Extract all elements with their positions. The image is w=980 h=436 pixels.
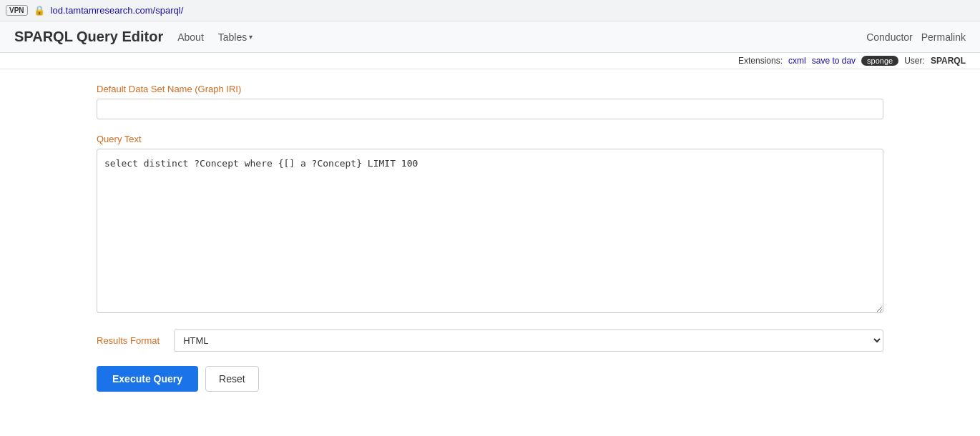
dataset-field-group: Default Data Set Name (Graph IRI) (97, 84, 883, 119)
user-name: SPARQL (931, 56, 966, 66)
top-nav: SPARQL Query Editor About Tables ▾ Condu… (0, 21, 980, 53)
execute-query-button[interactable]: Execute Query (97, 366, 198, 392)
format-select[interactable]: HTML Spreadsheet XML JSON Javascript N3/… (174, 330, 883, 352)
dataset-input[interactable] (97, 99, 883, 119)
tables-link[interactable]: Tables ▾ (218, 31, 253, 43)
buttons-section: Execute Query Reset (97, 366, 883, 392)
user-label: User: (904, 56, 925, 66)
tables-label: Tables (218, 31, 247, 43)
sponge-badge[interactable]: sponge (861, 56, 898, 66)
query-textarea[interactable]: select distinct ?Concept where {[] a ?Co… (97, 149, 883, 313)
address-bar: VPN 🔒 lod.tamtamresearch.com/sparql/ (0, 0, 980, 21)
extensions-label: Extensions: (738, 56, 783, 66)
url-text: lod.tamtamresearch.com/sparql/ (51, 5, 184, 16)
results-label: Results Format (97, 335, 160, 346)
save-to-dav-link[interactable]: save to dav (812, 56, 856, 66)
nav-right: Conductor Permalink (866, 31, 966, 43)
tables-dropdown-icon: ▾ (249, 33, 253, 41)
results-section: Results Format HTML Spreadsheet XML JSON… (97, 330, 883, 352)
query-section: Query Text select distinct ?Concept wher… (97, 134, 883, 315)
lock-icon: 🔒 (34, 5, 45, 16)
reset-button[interactable]: Reset (205, 366, 259, 392)
nav-left: SPARQL Query Editor About Tables ▾ (14, 29, 253, 45)
query-label: Query Text (97, 134, 883, 144)
conductor-link[interactable]: Conductor (866, 31, 913, 43)
vpn-badge: VPN (6, 5, 28, 16)
main-content: Default Data Set Name (Graph IRI) Query … (82, 69, 898, 406)
app-title: SPARQL Query Editor (14, 29, 163, 45)
extensions-bar: Extensions: cxml save to dav sponge User… (0, 53, 980, 69)
cxml-link[interactable]: cxml (788, 56, 806, 66)
dataset-label: Default Data Set Name (Graph IRI) (97, 84, 883, 94)
permalink-link[interactable]: Permalink (921, 31, 966, 43)
about-link[interactable]: About (177, 31, 204, 43)
